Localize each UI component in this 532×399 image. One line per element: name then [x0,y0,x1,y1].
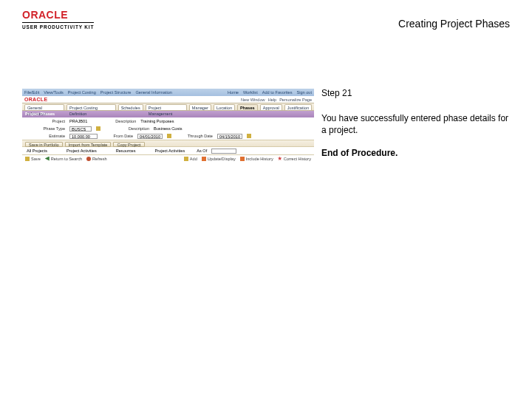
link-all-projects[interactable]: All Projects [27,149,47,153]
tab-manager[interactable]: Manager [189,104,211,110]
end-of-procedure: End of Procedure. [321,147,510,159]
link-project-activities[interactable]: Project Activities [66,149,97,153]
link-new-window[interactable]: New Window [241,98,265,102]
status-correct[interactable]: Correct History [284,157,311,161]
label-phase-type: Phase Type [27,126,65,131]
field-asof[interactable] [211,149,236,154]
status-include[interactable]: Include History [246,157,273,161]
label-desc: Description [92,119,136,123]
button-row: Save in Portfolio Import from Template C… [22,140,314,147]
label-through-date: Through Date [176,134,213,138]
status-update[interactable]: Update/Display [208,157,236,161]
update-icon [202,157,206,161]
tab-phases[interactable]: Phases [237,104,258,110]
link-help[interactable]: Help [268,98,277,102]
import-template-button[interactable]: Import from Template [65,142,112,147]
save-icon [25,157,30,161]
oracle-logo: ORACLE USER PRODUCTIVITY KIT [22,9,94,30]
return-icon [45,157,50,161]
copy-project-button[interactable]: Copy Project [113,142,144,147]
calendar-icon[interactable] [167,134,171,138]
correct-icon [278,157,282,161]
field-through-date[interactable]: 04/15/2010 [217,134,242,139]
status-return[interactable]: Return to Search [51,157,82,161]
label-phase-desc: Description [105,126,149,131]
value-phase-desc: Business Costs [154,126,183,131]
form-row-phase-type: Phase Type BUSCS Description Business Co… [22,125,314,132]
app-screenshot: File/Edit View/Tools Project Costing Pro… [22,89,314,185]
label-asof: As Of [197,149,207,153]
link-resources[interactable]: Resources [116,149,136,153]
status-save[interactable]: Save [31,157,41,161]
status-add[interactable]: Add [190,157,197,161]
tab-justification[interactable]: Justification [284,104,312,110]
form-row-project: Project PRAJB01 Description Training Pur… [22,117,314,125]
app-titlebar: File/Edit View/Tools Project Costing Pro… [22,89,314,96]
tab-general[interactable]: General Information [24,104,64,110]
field-phase-type[interactable]: BUSCS [69,126,92,132]
page-title: Creating Project Phases [398,18,510,30]
tab-approval[interactable]: Approval [260,104,282,110]
add-icon [184,157,188,161]
status-refresh[interactable]: Refresh [92,157,107,161]
label-estimate: Estimate [27,134,65,138]
field-estimate[interactable]: 10,000.00 [69,134,98,139]
status-bar: Save Return to Search Refresh Add Update… [22,154,314,162]
tab-schedules[interactable]: Schedules [118,104,143,110]
app-brand-bar: ORACLE New Window Help Personalize Page [22,96,314,103]
link-personalize[interactable]: Personalize Page [279,98,312,102]
link-worklist[interactable]: Worklist [243,90,258,95]
refresh-icon [86,157,91,161]
label-from-date: From Date [102,134,133,138]
save-portfolio-button[interactable]: Save in Portfolio [25,142,63,147]
instruction-panel: Step 21 You have successfully entered ph… [321,87,510,159]
form-row-dates: Estimate 10,000.00 From Date 04/01/2010 … [22,132,314,140]
link-home[interactable]: Home [228,90,239,95]
tab-costing[interactable]: Project Costing Definition [66,104,116,110]
nav-row: All Projects Project Activities Resource… [22,147,314,154]
value-desc: Training Purposes [140,119,174,123]
value-project: PRAJB01 [69,119,87,123]
step-label: Step 21 [321,87,510,99]
link-favorites[interactable]: Add to Favorites [262,90,293,95]
tab-mgmt[interactable]: Project Management [146,104,187,110]
menu-item[interactable]: File/Edit [24,90,39,95]
tab-location[interactable]: Location [214,104,235,110]
label-project: Project [27,119,65,123]
menu-item[interactable]: View/Tools [44,90,64,95]
menu-item[interactable]: General Information [135,90,171,95]
menu-item[interactable]: Project Costing [68,90,96,95]
menu-item[interactable]: Project Structure [100,90,132,95]
tab-strip: General Information Project Costing Defi… [22,103,314,111]
oracle-inline-logo: ORACLE [24,97,47,102]
field-from-date[interactable]: 04/01/2010 [137,134,163,139]
lookup-icon[interactable] [96,126,100,131]
step-body: You have successfully entered phase deta… [321,112,510,136]
calendar-icon[interactable] [247,134,251,138]
link-signout[interactable]: Sign out [296,90,312,95]
link-proj-act[interactable]: Project Activities [154,149,185,153]
include-icon [240,157,245,161]
